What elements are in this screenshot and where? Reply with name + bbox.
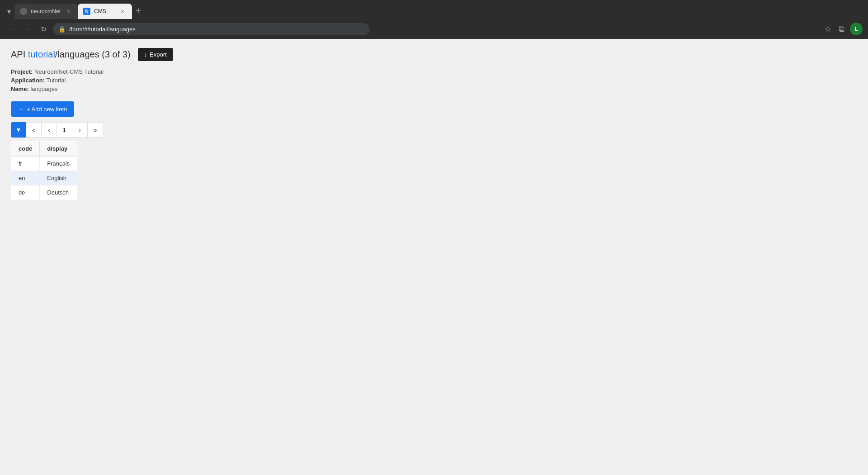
name-label: Name:	[11, 86, 29, 92]
project-label: Project:	[11, 68, 33, 75]
prev-page-button[interactable]: ‹	[42, 122, 57, 138]
filter-icon: ▼	[15, 126, 22, 133]
tab-title-cms: CMS	[94, 8, 115, 14]
back-button[interactable]: ←	[5, 23, 18, 35]
next-page-button[interactable]: ›	[72, 122, 88, 138]
name-value: languages	[30, 86, 57, 92]
table-cell-display: English	[40, 171, 77, 185]
tab-close-cms[interactable]: ×	[118, 7, 127, 15]
table-cell-code: de	[11, 185, 40, 200]
page-content: API tutorial/languages (3 of 3) ↓ Export…	[0, 39, 868, 475]
tab-list-button[interactable]: ▾	[4, 5, 14, 18]
add-new-item-button[interactable]: ＋ + Add new item	[11, 101, 74, 117]
pagination: ▼ « ‹ 1 › »	[11, 122, 857, 138]
page-header: API tutorial/languages (3 of 3) ↓ Export	[11, 48, 857, 61]
table-cell-display: Français	[40, 156, 77, 171]
column-header-code[interactable]: code	[11, 142, 40, 157]
title-suffix: /languages (3 of 3)	[55, 49, 131, 59]
refresh-icon: ↻	[41, 25, 47, 33]
application-info: Application: Tutorial	[11, 77, 857, 84]
add-label: + Add new item	[27, 106, 67, 113]
application-value: Tutorial	[47, 77, 66, 84]
add-tab-button[interactable]: +	[132, 5, 145, 16]
current-page-button[interactable]: 1	[57, 122, 72, 138]
export-label: Export	[150, 51, 167, 58]
languages-table: code display frFrançaisenEnglishdeDeutsc…	[11, 141, 77, 200]
tab-favicon-cms: N	[83, 8, 90, 15]
forward-button[interactable]: →	[22, 23, 34, 35]
title-prefix: API	[11, 49, 28, 59]
back-icon: ←	[8, 25, 15, 33]
table-cell-code: en	[11, 171, 40, 185]
tab-title-neuroomnet: neuroomNet	[31, 8, 61, 14]
project-value: NeuroomNet-CMS Tutorial	[34, 68, 104, 75]
refresh-button[interactable]: ↻	[38, 23, 49, 35]
extensions-icon: ⧉	[839, 24, 844, 34]
table-cell-display: Deutsch	[40, 185, 77, 200]
profile-button[interactable]: L	[850, 23, 863, 35]
tab-cms[interactable]: N CMS ×	[78, 4, 132, 19]
table-row[interactable]: enEnglish	[11, 171, 77, 185]
page-title: API tutorial/languages (3 of 3)	[11, 49, 131, 60]
table-row[interactable]: frFrançais	[11, 156, 77, 171]
name-info: Name: languages	[11, 86, 857, 92]
tab-neuroomnet[interactable]: neuroomNet ×	[14, 4, 78, 19]
bookmark-button[interactable]: ☆	[822, 22, 833, 36]
export-icon: ↓	[144, 51, 147, 58]
export-button[interactable]: ↓ Export	[138, 48, 173, 61]
meta-info: Project: NeuroomNet-CMS Tutorial Applica…	[11, 68, 857, 92]
table-header-row: code display	[11, 142, 77, 157]
column-header-display[interactable]: display	[40, 142, 77, 157]
tab-favicon-neuroomnet	[20, 8, 27, 15]
title-link[interactable]: tutorial	[28, 49, 55, 59]
tab-close-neuroomnet[interactable]: ×	[64, 7, 72, 15]
profile-label: L	[854, 26, 858, 32]
forward-icon: →	[24, 25, 32, 33]
extensions-button[interactable]: ⧉	[837, 23, 846, 36]
bookmark-icon: ☆	[824, 24, 831, 34]
address-bar: 🔒	[53, 23, 369, 35]
address-secure-icon: 🔒	[58, 26, 66, 33]
project-info: Project: NeuroomNet-CMS Tutorial	[11, 68, 857, 75]
application-label: Application:	[11, 77, 45, 84]
first-page-button[interactable]: «	[26, 122, 42, 138]
address-input[interactable]	[69, 26, 364, 33]
add-icon: ＋	[18, 105, 24, 113]
filter-button[interactable]: ▼	[11, 122, 26, 138]
last-page-button[interactable]: »	[88, 122, 103, 138]
table-cell-code: fr	[11, 156, 40, 171]
table-row[interactable]: deDeutsch	[11, 185, 77, 200]
